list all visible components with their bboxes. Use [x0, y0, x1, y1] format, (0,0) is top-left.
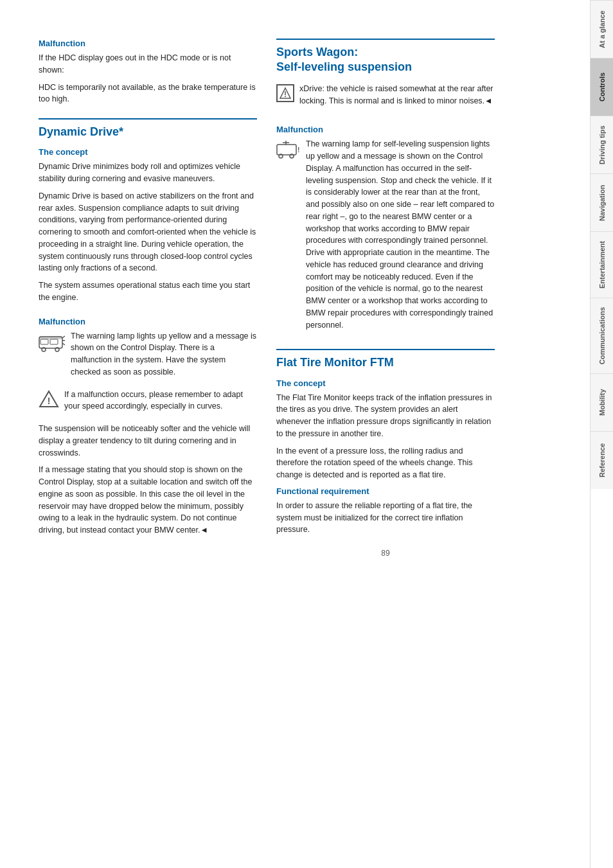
sidebar-tab-mobility[interactable]: Mobility — [591, 373, 613, 431]
sports-wagon-divider — [276, 39, 495, 40]
flat-tire-section: Flat Tire Monitor FTM The concept The Fl… — [276, 349, 495, 536]
self-leveling-icon: ! — [276, 139, 301, 160]
sports-wagon-heading: Sports Wagon: Self-leveling suspension — [276, 45, 495, 75]
malfunction-triangle-box: ! If a malfunction occurs, please rememb… — [39, 389, 257, 418]
sidebar-tab-reference[interactable]: Reference — [591, 431, 613, 489]
flat-tire-heading: Flat Tire Monitor FTM — [276, 355, 495, 370]
sidebar-tab-navigation[interactable]: Navigation — [591, 173, 613, 231]
right-column: Sports Wagon: Self-leveling suspension x… — [276, 39, 495, 842]
dynamic-drive-section: Dynamic Drive* The concept Dynamic Drive… — [39, 118, 257, 304]
svg-text:!: ! — [298, 146, 299, 154]
svg-rect-14 — [277, 145, 296, 155]
concept-p1-left: Dynamic Drive minimizes body roll and op… — [39, 161, 257, 185]
flat-tire-concept-p1: The Flat Tire Monitor keeps track of the… — [276, 392, 495, 440]
warning-car-icon — [39, 332, 66, 353]
xdrive-icon — [276, 84, 294, 102]
sidebar: At a glance Controls Driving tips Naviga… — [590, 0, 613, 868]
malfunction-section-1: Malfunction If the HDC display goes out … — [39, 39, 257, 105]
dynamic-drive-divider — [39, 118, 257, 120]
left-column: Malfunction If the HDC display goes out … — [39, 39, 257, 842]
malfunction-warning-text: The warning lamp lights up yellow and a … — [71, 330, 257, 378]
malfunction-triangle-text: If a malfunction occurs, please remember… — [64, 389, 257, 413]
sidebar-tab-communications[interactable]: Communications — [591, 297, 613, 373]
concept-title-right: The concept — [276, 378, 495, 388]
malfunction-title-1: Malfunction — [39, 39, 257, 48]
concept-p3-left: The system assumes operational status ea… — [39, 279, 257, 304]
malfunction-section-right: Malfunction ! The warning lamp for self-… — [276, 125, 495, 336]
malfunction-warning-right-text: The warning lamp for self-leveling suspe… — [306, 138, 495, 331]
concept-p2-left: Dynamic Drive is based on active stabili… — [39, 190, 257, 274]
malfunction-detail: HDC is temporarily not available, as the… — [39, 82, 257, 106]
xdrive-text: xDrive: the vehicle is raised somewhat a… — [299, 83, 495, 107]
malfunction-title-right: Malfunction — [276, 125, 495, 134]
sidebar-tab-entertainment[interactable]: Entertainment — [591, 231, 613, 297]
svg-line-6 — [62, 336, 65, 338]
svg-rect-2 — [50, 339, 58, 344]
sidebar-tab-at-a-glance[interactable]: At a glance — [591, 0, 613, 58]
self-leveling-warning-box: ! The warning lamp for self-leveling sus… — [276, 138, 495, 336]
svg-point-13 — [285, 96, 286, 97]
functional-req-title: Functional requirement — [276, 486, 495, 496]
malfunction-warning-box: The warning lamp lights up yellow and a … — [39, 330, 257, 384]
malfunction-intro: If the HDC display goes out in the HDC m… — [39, 52, 257, 76]
svg-rect-5 — [39, 337, 62, 339]
sidebar-tab-driving-tips[interactable]: Driving tips — [591, 116, 613, 173]
flat-tire-divider — [276, 349, 495, 350]
functional-req-text: In order to assure the reliable reportin… — [276, 500, 495, 536]
flat-tire-concept-p2: In the event of a pressure loss, the rol… — [276, 445, 495, 481]
malfunction-title-2: Malfunction — [39, 317, 257, 326]
warning-triangle-icon: ! — [39, 390, 59, 408]
xdrive-box: xDrive: the vehicle is raised somewhat a… — [276, 83, 495, 112]
svg-rect-1 — [40, 339, 48, 344]
sports-wagon-section: Sports Wagon: Self-leveling suspension x… — [276, 39, 495, 112]
dynamic-drive-heading: Dynamic Drive* — [39, 125, 257, 139]
malfunction-section-2: Malfunction The warning lamp l — [39, 317, 257, 536]
malfunction2-p2: If a message stating that you should sto… — [39, 464, 257, 536]
malfunction2-p1: The suspension will be noticeably softer… — [39, 423, 257, 459]
concept-title-left: The concept — [39, 147, 257, 157]
page-number: 89 — [276, 549, 495, 558]
sidebar-tab-controls[interactable]: Controls — [591, 58, 613, 116]
svg-text:!: ! — [48, 396, 51, 406]
